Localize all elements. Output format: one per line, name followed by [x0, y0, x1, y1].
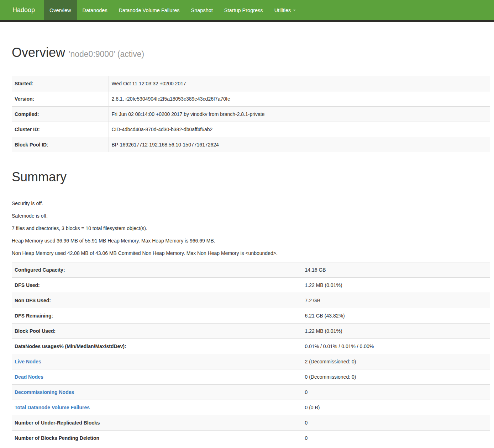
table-row: DFS Used: 1.22 MB (0.01%)	[12, 278, 490, 293]
nav-item-datanode-volume-failures: Datanode Volume Failures	[113, 0, 185, 20]
row-label: DFS Used:	[12, 278, 302, 293]
nav-item-utilities: Utilities	[269, 0, 302, 20]
row-value: 0	[302, 431, 490, 446]
table-row: Block Pool Used: 1.22 MB (0.01%)	[12, 324, 490, 339]
row-value: 0 (Decommissioned: 0)	[302, 369, 490, 385]
table-row: Compiled: Fri Jun 02 08:14:00 +0200 2017…	[12, 106, 490, 122]
row-value: 14.16 GB	[302, 262, 490, 278]
divider	[12, 194, 490, 194]
row-label: Cluster ID:	[12, 122, 109, 137]
table-row: Total Datanode Volume Failures 0 (0 B)	[12, 400, 490, 415]
row-value: 2 (Decommissioned: 0)	[302, 354, 490, 369]
nav-link-utilities-label: Utilities	[274, 7, 291, 13]
live-nodes-link[interactable]: Live Nodes	[15, 359, 41, 364]
row-value: BP-1692617712-192.168.56.10-150771617262…	[109, 137, 490, 152]
divider	[12, 70, 490, 70]
row-label: Number of Blocks Pending Deletion	[12, 431, 302, 446]
row-label: Number of Under-Replicated Blocks	[12, 415, 302, 431]
row-value: 1.22 MB (0.01%)	[302, 278, 490, 293]
nav-link-datanode-volume-failures[interactable]: Datanode Volume Failures	[113, 0, 185, 20]
row-value: 2.8.1, r20fe5304904fc2f5a18053c389e43cd2…	[109, 91, 490, 106]
row-value: Wed Oct 11 12:03:32 +0200 2017	[109, 76, 490, 91]
page-title: Overview 'node0:9000' (active)	[12, 46, 490, 60]
summary-title: Summary	[12, 170, 490, 184]
row-value: 0	[302, 415, 490, 431]
row-label: Compiled:	[12, 106, 109, 122]
row-label: Non DFS Used:	[12, 293, 302, 308]
row-value: 0 (0 B)	[302, 400, 490, 415]
nav-link-utilities-dropdown[interactable]: Utilities	[269, 0, 302, 20]
overview-table: Started: Wed Oct 11 12:03:32 +0200 2017 …	[12, 76, 490, 152]
page-content: Overview 'node0:9000' (active) Started: …	[12, 46, 490, 446]
row-value: 7.2 GB	[302, 293, 490, 308]
nav-item-datanodes: Datanodes	[77, 0, 113, 20]
table-row: Configured Capacity: 14.16 GB	[12, 262, 490, 278]
filesystem-objects-text: 7 files and directories, 3 blocks = 10 t…	[12, 225, 490, 232]
row-value: 1.22 MB (0.01%)	[302, 324, 490, 339]
safemode-status-text: Safemode is off.	[12, 212, 490, 219]
non-heap-memory-text: Non Heap Memory used 42.08 MB of 43.06 M…	[12, 250, 490, 257]
top-navbar: Hadoop Overview Datanodes Datanode Volum…	[0, 0, 494, 22]
security-status-text: Security is off.	[12, 200, 490, 207]
row-label: Block Pool Used:	[12, 324, 302, 339]
table-row: Cluster ID: CID-4dbcd40a-870d-4d30-b382-…	[12, 122, 490, 137]
nav-link-snapshot[interactable]: Snapshot	[185, 0, 219, 20]
row-label: DFS Remaining:	[12, 308, 302, 324]
table-row: Block Pool ID: BP-1692617712-192.168.56.…	[12, 137, 490, 152]
nav-item-startup-progress: Startup Progress	[219, 0, 269, 20]
table-row: Started: Wed Oct 11 12:03:32 +0200 2017	[12, 76, 490, 91]
table-row: Version: 2.8.1, r20fe5304904fc2f5a18053c…	[12, 91, 490, 106]
row-value: Fri Jun 02 08:14:00 +0200 2017 by vinodk…	[109, 106, 490, 122]
table-row: Non DFS Used: 7.2 GB	[12, 293, 490, 308]
row-label: Started:	[12, 76, 109, 91]
brand-hadoop[interactable]: Hadoop	[7, 0, 40, 20]
table-row: Number of Under-Replicated Blocks 0	[12, 415, 490, 431]
row-value: CID-4dbcd40a-870d-4d30-b382-db0aff4f6ab2	[109, 122, 490, 137]
total-datanode-volume-failures-link[interactable]: Total Datanode Volume Failures	[15, 405, 90, 410]
row-label: Block Pool ID:	[12, 137, 109, 152]
summary-table: Configured Capacity: 14.16 GB DFS Used: …	[12, 262, 490, 446]
caret-down-icon	[293, 10, 296, 11]
nav-item-overview: Overview	[44, 0, 77, 20]
table-row: DataNodes usages% (Min/Median/Max/stdDev…	[12, 339, 490, 354]
table-row: Dead Nodes 0 (Decommissioned: 0)	[12, 369, 490, 385]
table-row: DFS Remaining: 6.21 GB (43.82%)	[12, 308, 490, 324]
page-title-text: Overview	[12, 45, 65, 60]
decommissioning-nodes-link[interactable]: Decommissioning Nodes	[15, 389, 74, 395]
row-label: DataNodes usages% (Min/Median/Max/stdDev…	[12, 339, 302, 354]
page-subtitle: 'node0:9000' (active)	[69, 49, 144, 59]
nav-link-overview[interactable]: Overview	[44, 0, 77, 20]
nav-link-datanodes[interactable]: Datanodes	[77, 0, 113, 20]
table-row: Decommissioning Nodes 0	[12, 385, 490, 400]
table-row: Live Nodes 2 (Decommissioned: 0)	[12, 354, 490, 369]
nav-item-snapshot: Snapshot	[185, 0, 219, 20]
row-label: Configured Capacity:	[12, 262, 302, 278]
main-nav: Overview Datanodes Datanode Volume Failu…	[44, 0, 301, 20]
row-value: 6.21 GB (43.82%)	[302, 308, 490, 324]
nav-link-startup-progress[interactable]: Startup Progress	[219, 0, 269, 20]
heap-memory-text: Heap Memory used 36.96 MB of 55.91 MB He…	[12, 237, 490, 244]
dead-nodes-link[interactable]: Dead Nodes	[15, 374, 43, 380]
row-value: 0.01% / 0.01% / 0.01% / 0.00%	[302, 339, 490, 354]
table-row: Number of Blocks Pending Deletion 0	[12, 431, 490, 446]
row-label: Version:	[12, 91, 109, 106]
row-value: 0	[302, 385, 490, 400]
